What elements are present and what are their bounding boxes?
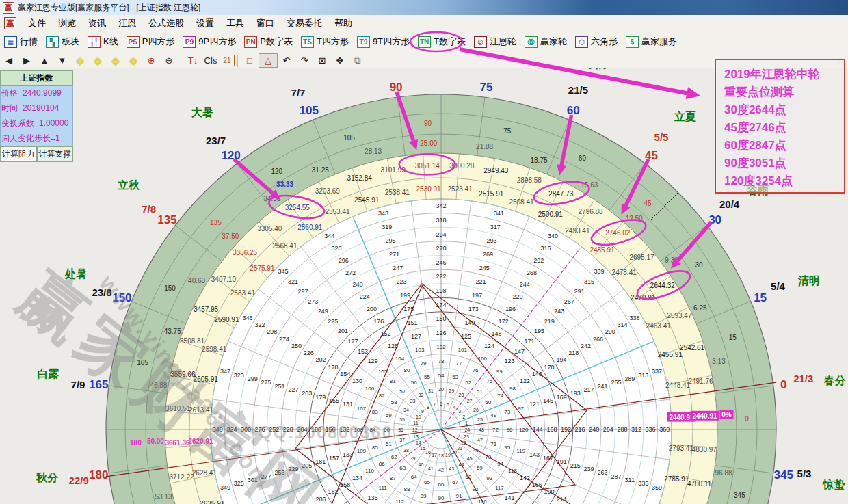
- tool-rotate-cw[interactable]: ↷: [295, 54, 313, 67]
- svg-text:127: 127: [411, 333, 421, 340]
- menu-资讯[interactable]: 资讯: [82, 15, 112, 31]
- svg-text:33.33: 33.33: [276, 181, 293, 188]
- menu-设置[interactable]: 设置: [190, 15, 220, 31]
- menu-窗口[interactable]: 窗口: [250, 15, 280, 31]
- svg-text:3051.14: 3051.14: [415, 162, 440, 170]
- svg-text:229: 229: [288, 466, 298, 473]
- svg-text:165: 165: [137, 359, 148, 367]
- svg-text:320: 320: [331, 245, 341, 252]
- tool-nav-right[interactable]: ▶: [18, 54, 36, 67]
- svg-text:92: 92: [473, 486, 479, 492]
- svg-text:313: 313: [638, 372, 648, 379]
- tool-calendar[interactable]: 21: [220, 55, 235, 66]
- tool-nav-down[interactable]: ▼: [53, 54, 71, 67]
- tool-shape-triangle[interactable]: △: [259, 53, 278, 68]
- svg-text:243: 243: [554, 308, 564, 315]
- tool-nav-left[interactable]: ◀: [0, 54, 18, 67]
- svg-text:54: 54: [438, 373, 445, 379]
- t-square-label: T四方形: [317, 36, 349, 48]
- tool-pan-left[interactable]: ◈: [71, 54, 89, 67]
- tool-nav-up[interactable]: ▲: [36, 54, 53, 67]
- svg-text:2515.91: 2515.91: [479, 190, 504, 198]
- svg-text:292: 292: [533, 257, 544, 264]
- toolbar-hexagon[interactable]: ⬡六角形: [571, 34, 622, 50]
- svg-text:263: 263: [597, 469, 607, 476]
- svg-text:90: 90: [390, 81, 403, 94]
- toolbar-t-table[interactable]: TNT数字表: [414, 34, 470, 50]
- svg-text:48: 48: [479, 427, 484, 432]
- winner-service-label: 赢家服务: [641, 36, 677, 48]
- menu-浏览[interactable]: 浏览: [52, 15, 82, 31]
- svg-text:349: 349: [220, 484, 230, 491]
- tool-center-view[interactable]: ✥: [331, 54, 349, 67]
- menu-公式选股[interactable]: 公式选股: [142, 15, 190, 31]
- menu-文件[interactable]: 文件: [22, 15, 52, 31]
- svg-text:134: 134: [352, 475, 362, 481]
- tool-pan-down[interactable]: ◈: [124, 54, 142, 67]
- toolbar-p-square[interactable]: PSP四方形: [122, 34, 179, 50]
- tool-pan-right[interactable]: ◈: [89, 54, 107, 67]
- toolbar-separator: [181, 55, 181, 67]
- svg-text:271: 271: [389, 251, 399, 258]
- tool-zoom-in[interactable]: ⊕: [142, 54, 160, 67]
- svg-text:119: 119: [516, 448, 525, 454]
- toolbar-t-square[interactable]: TST四方形: [297, 34, 353, 50]
- sectors-icon: ▚: [46, 36, 59, 48]
- svg-text:264: 264: [603, 426, 613, 433]
- tool-shape-square[interactable]: □: [241, 54, 259, 67]
- svg-text:311: 311: [625, 477, 635, 483]
- svg-text:2530.91: 2530.91: [416, 185, 442, 193]
- svg-text:3254.55: 3254.55: [285, 204, 310, 211]
- application-window: 赢 赢家江恩专业版[赢家服务平台] - [上证指数 江恩轮] 赢 文件浏览资讯江…: [0, 0, 848, 504]
- svg-text:335: 335: [638, 480, 648, 487]
- svg-text:116: 116: [478, 499, 487, 504]
- toolbar-9p-square[interactable]: P99P四方形: [178, 34, 240, 50]
- svg-text:276: 276: [255, 426, 265, 433]
- 9p-square-icon: P9: [183, 36, 196, 48]
- svg-text:86: 86: [379, 461, 385, 467]
- sectors-label: 板块: [62, 36, 79, 48]
- svg-text:3356.25: 3356.25: [233, 249, 258, 256]
- svg-text:91: 91: [455, 493, 462, 499]
- tool-rotate-ccw[interactable]: ↶: [278, 54, 295, 67]
- svg-text:67: 67: [452, 479, 458, 486]
- toolbar-winner-service[interactable]: $赢家服务: [622, 34, 681, 50]
- svg-text:151: 151: [408, 319, 418, 326]
- svg-text:204: 204: [297, 426, 307, 433]
- menu-items: 文件浏览资讯江恩公式选股设置工具窗口交易委托帮助: [22, 15, 358, 31]
- app-icon-small: 赢: [4, 17, 16, 29]
- svg-text:40: 40: [419, 462, 424, 467]
- svg-text:64: 64: [411, 474, 417, 480]
- tool-cls[interactable]: Cls: [202, 54, 220, 67]
- svg-text:287: 287: [611, 473, 621, 480]
- toolbar-kline[interactable]: ╽╿K线: [83, 34, 122, 50]
- svg-text:133: 133: [343, 451, 353, 458]
- calc-support-button[interactable]: 计算支撑: [37, 146, 74, 162]
- calc-resistance-button[interactable]: 计算阻力: [0, 146, 37, 162]
- tool-delete-box[interactable]: ⊠: [313, 54, 331, 67]
- tool-pan-up[interactable]: ◈: [107, 54, 124, 67]
- tool-t-down[interactable]: T↓: [184, 54, 202, 67]
- toolbar-winner-wheel[interactable]: Ⓑ赢家轮: [520, 34, 571, 50]
- svg-text:345: 345: [774, 468, 793, 481]
- toolbar-gann-wheel[interactable]: ◎江恩轮: [470, 34, 520, 50]
- svg-text:102: 102: [436, 344, 446, 350]
- menu-工具[interactable]: 工具: [220, 15, 250, 31]
- menu-交易委托[interactable]: 交易委托: [280, 15, 328, 31]
- toolbar-p-table[interactable]: PNP数字表: [240, 34, 297, 50]
- svg-text:324: 324: [226, 426, 237, 433]
- svg-text:2793.41: 2793.41: [669, 445, 694, 452]
- menu-江恩[interactable]: 江恩: [112, 15, 142, 31]
- svg-text:120: 120: [271, 168, 282, 175]
- tool-zoom-out[interactable]: ⊖: [160, 54, 178, 67]
- menu-帮助[interactable]: 帮助: [328, 15, 358, 31]
- toolbar-quotes[interactable]: ▦行情: [0, 34, 42, 50]
- p-table-icon: PN: [244, 36, 257, 48]
- toolbar-sectors[interactable]: ▚板块: [42, 34, 83, 50]
- svg-text:96: 96: [507, 427, 513, 433]
- svg-text:85: 85: [372, 445, 378, 451]
- tool-screen[interactable]: ⧉: [349, 54, 367, 67]
- svg-text:2949.43: 2949.43: [483, 167, 509, 174]
- svg-text:2448.41: 2448.41: [665, 382, 691, 389]
- toolbar-9t-square[interactable]: T99T四方形: [353, 34, 414, 50]
